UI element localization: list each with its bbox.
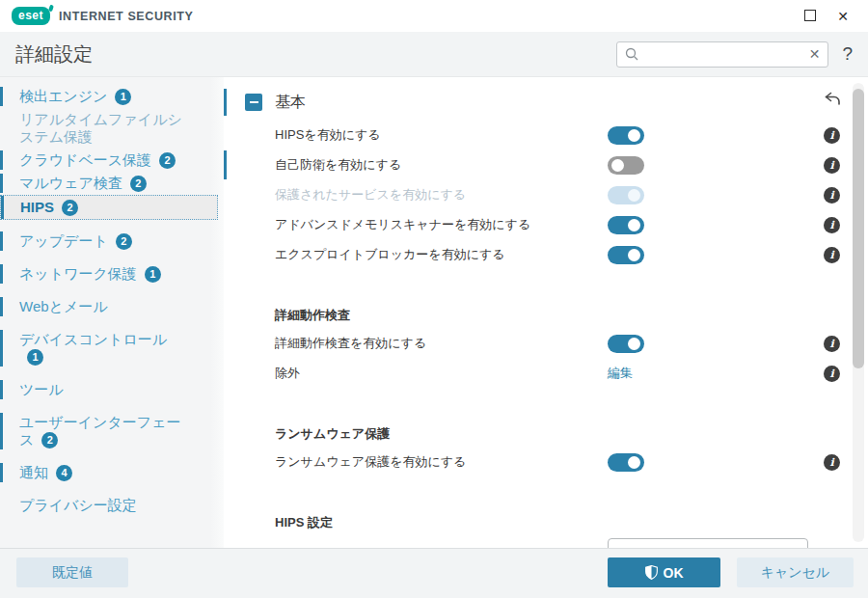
edit-exclusions-link[interactable]: 編集 [608, 365, 633, 382]
page-title: 詳細設定 [15, 41, 93, 68]
close-button[interactable]: ✕ [837, 10, 849, 23]
count-badge: 2 [41, 432, 58, 448]
setting-label: 保護されたサービスを有効にする [275, 186, 466, 204]
sidebar-item-notifications[interactable]: 通知4 [0, 461, 224, 484]
sidebar-item-label: 通知 [19, 464, 48, 480]
info-icon[interactable]: i [824, 336, 840, 352]
undo-button[interactable] [824, 92, 841, 110]
sidebar-item-label: プライバシー設定 [19, 497, 137, 513]
setting-label: HIPSを有効にする [275, 126, 381, 144]
sidebar-item-malware-scan[interactable]: マルウェア検査2 [0, 172, 224, 195]
setting-row: 自己防衛を有効にする i [224, 150, 868, 179]
toggle-ransomware-shield[interactable] [608, 453, 644, 472]
search-input[interactable] [644, 47, 802, 62]
footer: 既定値 OK キャンセル [0, 548, 868, 598]
cancel-button[interactable]: キャンセル [737, 557, 854, 587]
setting-row: 保護されたサービスを有効にする i [224, 180, 868, 209]
setting-label: 除外 [275, 365, 300, 382]
count-badge: 1 [27, 349, 43, 366]
hips-mode-dropdown[interactable] [608, 538, 808, 548]
toggle-deep-behavioral[interactable] [608, 335, 644, 353]
search-box[interactable]: ✕ [616, 41, 828, 68]
sidebar-item-label: マルウェア検査 [19, 175, 122, 191]
sidebar: 検出エンジン1 リアルタイムファイルシステム保護 クラウドベース保護2 マルウェ… [0, 77, 224, 548]
brand: eset INTERNET SECURITY [12, 7, 193, 25]
count-badge: 1 [145, 266, 161, 283]
info-icon[interactable]: i [824, 127, 840, 144]
setting-row: アドバンスドメモリスキャナーを有効にする i [224, 210, 868, 239]
count-badge: 2 [130, 176, 147, 192]
sidebar-item-label: Webとメール [19, 298, 108, 314]
sidebar-item-label: ツール [19, 381, 64, 397]
setting-row: HIPSを有効にする i [224, 121, 868, 150]
ok-label: OK [664, 565, 684, 581]
sidebar-item-realtime-protection[interactable]: リアルタイムファイルシステム保護 [0, 108, 224, 149]
sidebar-item-label: アップデート [19, 232, 108, 249]
header: 詳細設定 ✕ ? [0, 32, 868, 77]
toggle-self-defense[interactable] [608, 156, 644, 175]
info-icon[interactable]: i [824, 366, 840, 382]
settings-panel: 基本 HIPSを有効にする i 自己防衛を有効にする i 保護されたサービスを有… [224, 77, 868, 548]
subsection-title: HIPS 設定 [275, 514, 333, 531]
sidebar-item-label: リアルタイムファイルシステム保護 [19, 111, 182, 145]
sidebar-item-device-control[interactable]: デバイスコントロール1 [0, 328, 224, 368]
sidebar-item-privacy-settings[interactable]: プライバシー設定 [0, 494, 224, 517]
ok-button[interactable]: OK [608, 557, 720, 587]
count-badge: 2 [116, 233, 132, 250]
sidebar-item-hips[interactable]: HIPS2 [0, 195, 218, 220]
toggle-hips-enable[interactable] [608, 126, 644, 145]
setting-row: ランサムウェア保護を有効にする i [224, 448, 868, 476]
scrollbar-thumb[interactable] [853, 89, 864, 368]
info-icon[interactable]: i [824, 217, 840, 233]
subsection-title: 詳細動作検査 [275, 307, 350, 324]
toggle-protected-service [608, 186, 644, 204]
titlebar: eset INTERNET SECURITY ✕ [0, 0, 868, 32]
undo-icon [824, 92, 841, 107]
count-badge: 2 [159, 152, 176, 169]
sidebar-item-label: クラウドベース保護 [19, 151, 151, 168]
sidebar-item-detection-engine[interactable]: 検出エンジン1 [0, 85, 224, 108]
search-icon [625, 47, 638, 61]
setting-row: 詳細動作検査を有効にする i [224, 329, 868, 358]
section-basic: 基本 [224, 89, 822, 116]
maximize-button[interactable] [804, 10, 816, 23]
toggle-advanced-memory-scanner[interactable] [608, 216, 644, 234]
sidebar-item-tools[interactable]: ツール [0, 378, 224, 401]
help-icon[interactable]: ? [842, 43, 853, 65]
search-clear-icon[interactable]: ✕ [809, 46, 821, 62]
setting-label: ランサムウェア保護を有効にする [275, 453, 466, 471]
defaults-button[interactable]: 既定値 [16, 557, 128, 587]
setting-label: アドバンスドメモリスキャナーを有効にする [275, 216, 530, 233]
section-title: 基本 [275, 93, 306, 113]
shield-icon [645, 565, 658, 580]
brand-title: INTERNET SECURITY [59, 10, 193, 23]
sidebar-item-label: HIPS [20, 199, 54, 215]
setting-label: 詳細動作検査を有効にする [275, 335, 426, 352]
info-icon[interactable]: i [824, 157, 840, 174]
sidebar-item-label: 検出エンジン [19, 88, 107, 104]
count-badge: 2 [62, 200, 78, 216]
sidebar-item-cloud-protection[interactable]: クラウドベース保護2 [0, 149, 224, 172]
info-icon[interactable]: i [824, 247, 840, 263]
sidebar-item-network-protection[interactable]: ネットワーク保護1 [0, 262, 224, 285]
toggle-exploit-blocker[interactable] [608, 246, 644, 264]
eset-logo-icon: eset [12, 7, 50, 25]
sidebar-item-label: デバイスコントロール [19, 331, 167, 347]
count-badge: 4 [56, 465, 72, 481]
count-badge: 1 [115, 89, 131, 105]
sidebar-item-label: ネットワーク保護 [19, 265, 137, 282]
setting-label: 自己防衛を有効にする [275, 156, 401, 174]
info-icon[interactable]: i [824, 454, 840, 471]
setting-label: エクスプロイトブロッカーを有効にする [275, 246, 505, 263]
sidebar-item-update[interactable]: アップデート2 [0, 230, 224, 253]
maximize-icon [804, 10, 816, 21]
sidebar-item-user-interface[interactable]: ユーザーインターフェース2 [0, 411, 224, 451]
sidebar-item-web-email[interactable]: Webとメール [0, 295, 224, 318]
setting-row: 除外 編集 i [224, 359, 868, 388]
info-icon[interactable]: i [824, 187, 840, 204]
subsection-title: ランサムウェア保護 [275, 425, 390, 443]
setting-row: エクスプロイトブロッカーを有効にする i [224, 240, 868, 269]
collapse-icon[interactable] [245, 94, 262, 111]
